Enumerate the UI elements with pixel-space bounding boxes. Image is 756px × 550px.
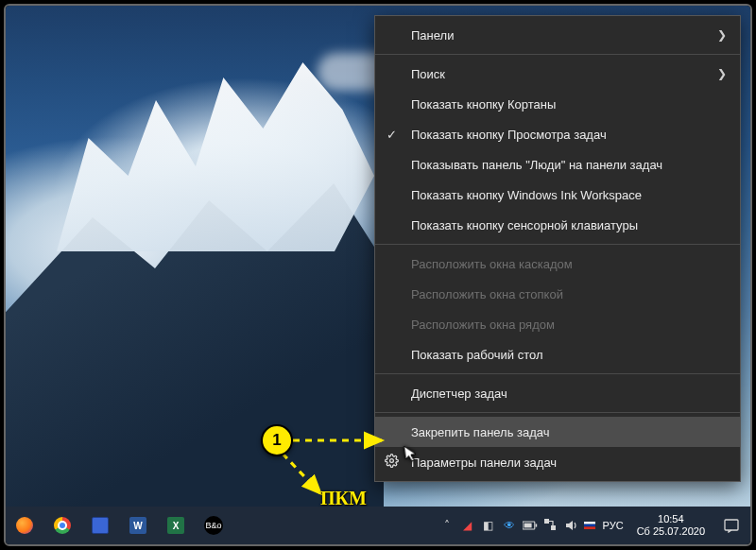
menu-separator [375,412,740,413]
svg-rect-6 [584,522,595,524]
menu-label: Поиск [411,67,445,81]
menu-cortana-button[interactable]: Показать кнопку Кортаны [375,89,740,119]
annotation-step-marker: 1 [261,424,293,456]
tray-network-icon[interactable] [541,507,561,544]
menu-label: Показать кнопку Просмотра задач [411,128,607,142]
menu-people-bar[interactable]: Показывать панель "Люди" на панели задач [375,149,740,180]
menu-label: Показать кнопку сенсорной клавиатуры [411,218,638,232]
tray-eye-icon[interactable]: 👁 [499,507,520,544]
menu-lock-taskbar[interactable]: Закрепить панель задач [375,417,740,447]
chrome-icon [54,517,71,534]
mouse-cursor-icon [403,443,421,468]
firefox-icon [16,517,33,534]
menu-touch-keyboard[interactable]: Показать кнопку сенсорной клавиатуры [375,210,740,240]
menu-taskview-button[interactable]: ✓ Показать кнопку Просмотра задач [375,119,740,149]
tray-clock[interactable]: 10:54 Сб 25.07.2020 [629,507,713,544]
svg-rect-7 [584,524,595,527]
clock-date: Сб 25.07.2020 [637,525,705,538]
tray-security-icon[interactable]: ◢ [457,507,478,544]
menu-taskbar-settings[interactable]: Параметры панели задач [375,447,740,477]
chevron-right-icon: ❯ [717,28,727,42]
menu-label: Показать кнопку Windows Ink Workspace [411,188,642,202]
menu-separator [375,244,740,245]
chevron-right-icon: ❯ [717,67,727,80]
tray-notifications[interactable] [713,507,750,544]
tray-flag-icon[interactable] [582,507,597,544]
menu-label: Показать кнопку Кортаны [411,97,556,112]
menu-side-windows: Расположить окна рядом [375,309,740,339]
check-icon: ✓ [387,128,397,142]
taskbar-app-bo-audio[interactable]: B&o [195,507,232,544]
menu-stack-windows: Расположить окна стопкой [375,279,740,309]
menu-label: Закрепить панель задач [411,425,550,439]
taskbar-context-menu: Панели ❯ Поиск ❯ Показать кнопку Кортаны… [374,15,741,482]
taskbar-app-excel[interactable]: X [157,507,195,544]
svg-point-0 [390,459,394,463]
floppy-icon [92,517,109,534]
menu-cascade-windows: Расположить окна каскадом [375,249,740,279]
menu-label: Расположить окна каскадом [411,257,573,271]
tray-app-icon[interactable]: ◧ [478,507,499,544]
tray-chevron-up-icon[interactable]: ˄ [437,507,457,544]
annotation-label: ПКМ [320,488,367,509]
tray-battery-icon[interactable] [520,507,541,544]
bo-icon: B&o [204,516,223,535]
menu-label: Параметры панели задач [411,455,557,470]
menu-label: Показывать панель "Люди" на панели задач [411,158,662,172]
tray-volume-icon[interactable] [561,507,582,544]
menu-show-desktop[interactable]: Показать рабочий стол [375,339,740,370]
taskbar-pinned-apps: W X B&o [6,507,232,544]
svg-rect-4 [544,519,549,524]
menu-search[interactable]: Поиск ❯ [375,59,740,89]
svg-rect-3 [524,524,531,528]
tray-language[interactable]: РУС [597,520,629,531]
clock-time: 10:54 [637,513,705,525]
gear-icon [385,454,399,471]
menu-panels[interactable]: Панели ❯ [375,20,740,50]
menu-separator [375,54,740,55]
menu-label: Расположить окна рядом [411,318,555,332]
menu-label: Расположить окна стопкой [411,287,563,301]
word-icon: W [129,517,146,534]
menu-label: Показать рабочий стол [411,348,542,362]
svg-rect-9 [725,520,738,530]
excel-icon: X [167,517,184,534]
system-tray: ˄ ◢ ◧ 👁 РУС 10:54 Сб 25.07.2020 [437,507,750,544]
taskbar-app-word[interactable]: W [119,507,157,544]
taskbar-app-firefox[interactable] [6,507,43,544]
menu-label: Диспетчер задач [411,387,507,401]
svg-rect-5 [551,525,556,530]
menu-label: Панели [411,28,454,43]
menu-windows-ink[interactable]: Показать кнопку Windows Ink Workspace [375,180,740,210]
menu-task-manager[interactable]: Диспетчер задач [375,378,740,408]
taskbar[interactable]: W X B&o ˄ ◢ ◧ 👁 РУС 10:54 Сб 25 [6,507,750,544]
menu-separator [375,373,740,374]
svg-rect-8 [584,526,595,529]
svg-rect-2 [535,524,537,526]
taskbar-app-save[interactable] [81,507,119,544]
taskbar-app-chrome[interactable] [43,507,81,544]
